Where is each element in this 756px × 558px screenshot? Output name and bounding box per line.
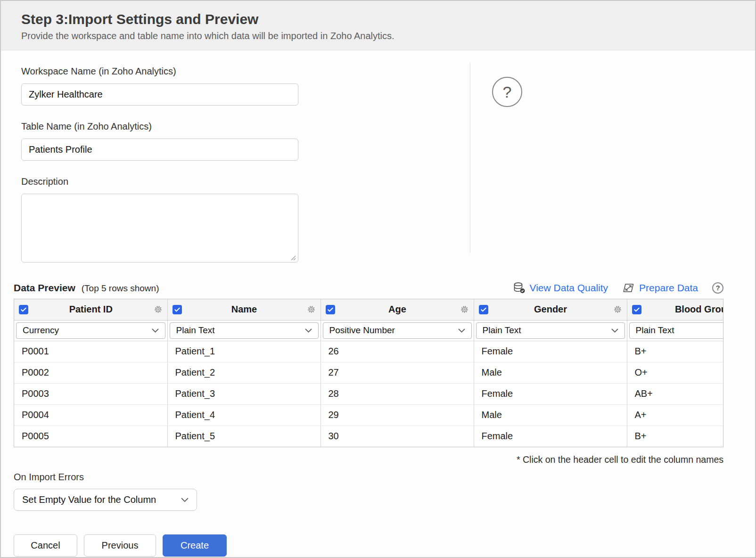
- question-mark-glyph: ?: [503, 83, 512, 101]
- previous-button[interactable]: Previous: [84, 534, 156, 557]
- table-row: P0005 Patient_5 30 Female B+: [14, 426, 723, 447]
- preview-heading: Data Preview (Top 5 rows shown): [14, 282, 159, 294]
- table-cell: P0002: [14, 362, 167, 383]
- column-header-name[interactable]: Name: [167, 299, 320, 320]
- preview-bar: Data Preview (Top 5 rows shown) View Dat: [14, 282, 723, 294]
- prepare-data-label: Prepare Data: [639, 282, 698, 294]
- step-header: Step 3:Import Settings and Preview Provi…: [1, 1, 755, 50]
- check-icon: [633, 306, 640, 313]
- table-row: P0003 Patient_3 28 Female AB+: [14, 383, 723, 404]
- page-subtitle: Provide the workspace and table name int…: [21, 31, 735, 41]
- column-checkbox[interactable]: [19, 305, 28, 314]
- column-type-select[interactable]: Plain Text: [170, 322, 319, 339]
- column-type-value: Currency: [23, 325, 59, 336]
- column-type-value: Plain Text: [176, 325, 215, 336]
- column-type-select[interactable]: Plain Text: [476, 322, 625, 339]
- column-checkbox[interactable]: [479, 305, 488, 314]
- table-cell: 26: [320, 341, 474, 362]
- table-cell: Patient_5: [167, 426, 320, 447]
- table-cell: AB+: [627, 383, 723, 404]
- column-type-cell: Plain Text: [167, 320, 320, 341]
- chevron-down-icon: [152, 328, 159, 333]
- column-label: Gender: [488, 304, 613, 315]
- column-checkbox[interactable]: [326, 305, 335, 314]
- table-cell: Male: [474, 362, 627, 383]
- prepare-data-link[interactable]: Prepare Data: [622, 282, 698, 294]
- textarea-resize-handle[interactable]: [290, 254, 296, 261]
- help-icon[interactable]: ?: [492, 77, 522, 107]
- data-preview-table: Patient ID Name Age: [14, 299, 723, 447]
- column-type-value: Plain Text: [483, 325, 521, 336]
- view-data-quality-link[interactable]: View Data Quality: [513, 282, 608, 294]
- on-import-errors-value: Set Empty Value for the Column: [22, 494, 156, 505]
- gear-icon: [460, 305, 469, 314]
- column-type-select[interactable]: Currency: [16, 322, 165, 339]
- column-label: Age: [335, 304, 460, 315]
- gear-icon: [613, 305, 622, 314]
- column-checkbox[interactable]: [173, 305, 182, 314]
- create-button[interactable]: Create: [163, 534, 227, 557]
- column-type-select[interactable]: Positive Number: [323, 322, 472, 339]
- column-settings-gear-icon[interactable]: [460, 305, 469, 314]
- import-wizard-page: Step 3:Import Settings and Preview Provi…: [0, 0, 756, 558]
- column-settings-gear-icon[interactable]: [307, 305, 316, 314]
- table-row: P0004 Patient_4 29 Male A+: [14, 404, 723, 426]
- column-label: Patient ID: [28, 304, 154, 315]
- table-cell: B+: [627, 341, 723, 362]
- chevron-down-icon: [305, 328, 312, 333]
- table-cell: P0003: [14, 383, 167, 404]
- column-type-select[interactable]: Plain Text: [629, 322, 724, 339]
- column-header-blood-group[interactable]: Blood Group: [627, 299, 723, 320]
- workspace-name-input[interactable]: [21, 83, 298, 106]
- table-cell: P0004: [14, 404, 167, 426]
- action-buttons: Cancel Previous Create: [14, 534, 742, 557]
- column-header-row: Patient ID Name Age: [14, 299, 723, 320]
- edit-columns-footnote: * Click on the header cell to edit the c…: [14, 454, 723, 465]
- table-cell: Patient_2: [167, 362, 320, 383]
- description-label: Description: [21, 176, 742, 187]
- on-import-errors-label: On Import Errors: [14, 472, 742, 483]
- table-cell: A+: [627, 404, 723, 426]
- chevron-down-icon: [611, 328, 618, 333]
- page-title: Step 3:Import Settings and Preview: [21, 11, 735, 27]
- column-type-cell: Positive Number: [320, 320, 474, 341]
- gear-icon: [307, 305, 316, 314]
- on-import-errors-select[interactable]: Set Empty Value for the Column: [14, 489, 197, 511]
- workspace-name-label: Workspace Name (in Zoho Analytics): [21, 66, 742, 77]
- check-icon: [327, 306, 334, 313]
- table-cell: Patient_3: [167, 383, 320, 404]
- table-cell: B+: [627, 426, 723, 447]
- description-textarea[interactable]: [21, 194, 298, 263]
- table-cell: Male: [474, 404, 627, 426]
- preview-title: Data Preview: [14, 282, 75, 294]
- column-type-value: Positive Number: [329, 325, 395, 336]
- column-settings-gear-icon[interactable]: [154, 305, 163, 314]
- column-type-row: Currency Plain Text Po: [14, 320, 723, 341]
- gear-icon: [154, 305, 163, 314]
- table-cell: 29: [320, 404, 474, 426]
- check-icon: [480, 306, 487, 313]
- table-cell: O+: [627, 362, 723, 383]
- table-cell: Patient_1: [167, 341, 320, 362]
- chevron-down-icon: [458, 328, 465, 333]
- column-header-gender[interactable]: Gender: [474, 299, 627, 320]
- prepare-data-icon: [622, 283, 635, 293]
- column-header-patient-id[interactable]: Patient ID: [14, 299, 167, 320]
- column-header-age[interactable]: Age: [320, 299, 474, 320]
- view-data-quality-label: View Data Quality: [530, 282, 608, 294]
- column-settings-gear-icon[interactable]: [613, 305, 622, 314]
- data-quality-icon: [513, 282, 526, 294]
- check-icon: [174, 306, 181, 313]
- column-checkbox[interactable]: [632, 305, 641, 314]
- cancel-button[interactable]: Cancel: [14, 534, 77, 557]
- question-mark-glyph: ?: [715, 284, 720, 292]
- check-icon: [20, 306, 27, 313]
- column-type-cell: Currency: [14, 320, 167, 341]
- column-type-cell: Plain Text: [627, 320, 723, 341]
- table-row: P0002 Patient_2 27 Male O+: [14, 362, 723, 383]
- column-type-value: Plain Text: [636, 325, 674, 336]
- table-name-input[interactable]: [21, 139, 298, 161]
- chevron-down-icon: [181, 498, 189, 502]
- table-name-label: Table Name (in Zoho Analytics): [21, 121, 742, 132]
- preview-help-icon[interactable]: ?: [712, 282, 723, 294]
